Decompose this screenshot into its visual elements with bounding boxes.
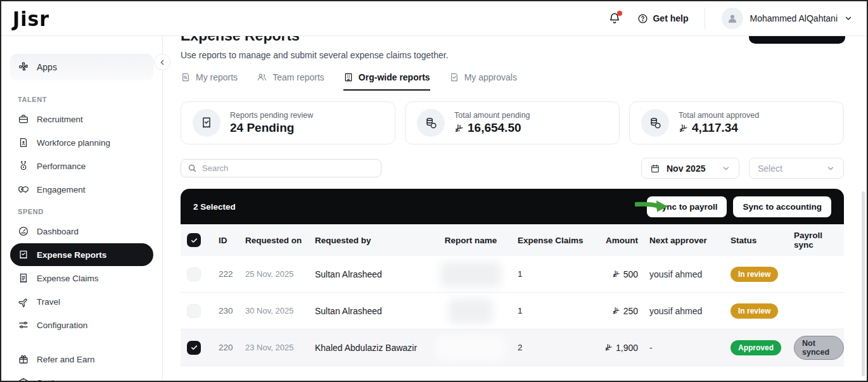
sar-currency-icon (454, 124, 464, 133)
briefcase-icon (18, 113, 29, 125)
status-badge: Approved (731, 340, 781, 355)
stat-value: 24 Pending (230, 121, 313, 135)
sidebar-spacer (10, 337, 153, 347)
jisr-logo: Jisr (13, 7, 49, 30)
sidebar-item-configuration[interactable]: Configuration (10, 314, 153, 336)
tab-team-reports[interactable]: Team reports (257, 72, 324, 91)
redacted-report-name (436, 335, 506, 360)
col-header-amount: Amount (592, 236, 649, 245)
month-filter-dropdown[interactable]: Nov 2025 (641, 158, 739, 179)
row-checkbox[interactable] (187, 304, 201, 318)
search-box[interactable] (181, 159, 381, 177)
airplane-icon (18, 296, 29, 307)
check-icon (190, 343, 198, 352)
sliders-icon (18, 319, 29, 331)
clipboard-check-icon (18, 249, 29, 260)
sar-currency-icon (612, 270, 620, 278)
cell-requested-on: 30 Nov, 2025 (245, 306, 315, 315)
avatar (722, 8, 743, 29)
calendar-icon (650, 163, 660, 174)
cell-next-approver: yousif ahmed (649, 306, 731, 316)
stat-label: Reports pending review (230, 111, 313, 120)
row-checkbox[interactable] (187, 341, 201, 355)
cell-requested-on: 25 Nov, 2025 (245, 269, 315, 279)
medal-icon (18, 160, 29, 172)
user-name: Mohammed AlQahtani (750, 13, 838, 23)
payroll-sync-badge: Not synced (794, 336, 844, 360)
cell-requested-on: 23 Nov, 2025 (245, 343, 315, 352)
puzzle-icon (18, 61, 29, 73)
col-header-requested-by: Requested by (315, 236, 424, 245)
row-checkbox[interactable] (187, 267, 201, 281)
scrollbar[interactable] (862, 191, 865, 376)
search-input[interactable] (202, 163, 374, 173)
sidebar-collapse-button[interactable] (154, 54, 170, 70)
table-row[interactable]: 220 23 Nov, 2025 Khaled Abdulaziz Bawazi… (181, 329, 844, 366)
status-badge: In review (731, 303, 778, 319)
cell-expense-claims: 1 (518, 306, 592, 315)
receipt-icon (18, 272, 29, 284)
sync-to-accounting-button[interactable]: Sync to accounting (733, 196, 831, 217)
sidebar-section-spend: SPEND (10, 201, 153, 219)
gift-icon (18, 353, 29, 365)
sidebar-item-refer-and-earn[interactable]: Refer and Earn (10, 348, 153, 371)
sar-currency-icon (679, 124, 688, 133)
user-menu[interactable]: Mohammed AlQahtani (722, 8, 853, 29)
table-row[interactable]: 222 25 Nov, 2025 Sultan Alrasheed 1 500 … (181, 256, 844, 293)
tab-org-wide-reports[interactable]: Org-wide reports (343, 72, 430, 91)
stat-value: 16,654.50 (454, 121, 530, 135)
tab-my-approvals[interactable]: My approvals (449, 72, 517, 91)
cell-next-approver: yousif ahmed (649, 269, 731, 279)
sidebar-item-label: Configuration (37, 321, 87, 330)
sar-currency-icon (612, 307, 620, 315)
status-filter-dropdown[interactable]: Select (749, 158, 844, 179)
sidebar-item-travel[interactable]: Travel (10, 290, 153, 313)
get-help-label: Get help (653, 13, 688, 23)
cell-id: 222 (210, 269, 245, 279)
page-title: Expense Reports (181, 36, 300, 45)
sidebar-item-label: Recruitment (37, 115, 83, 124)
chevron-down-icon (844, 14, 853, 23)
sidebar-item-expense-claims[interactable]: Expense Claims (10, 267, 153, 290)
cell-payroll-sync: Not synced (794, 336, 844, 360)
table-header-row: ID Requested on Requested by Report name… (181, 224, 844, 256)
cell-expense-claims: 2 (518, 343, 592, 352)
selected-count: 2 Selected (193, 202, 236, 212)
chevron-left-icon (158, 58, 167, 67)
sidebar-item-expense-reports[interactable]: Expense Reports (10, 243, 153, 266)
col-header-next-approver: Next approver (649, 236, 731, 245)
people-icon (257, 72, 267, 82)
stat-card-pending-review: Reports pending review 24 Pending (181, 101, 395, 144)
speedometer-icon (18, 226, 29, 237)
sidebar-item-workforce-planning[interactable]: Workforce planning (10, 131, 153, 154)
question-circle-icon (637, 13, 648, 24)
cell-next-approver: - (649, 343, 731, 353)
tab-my-reports[interactable]: My reports (181, 72, 238, 91)
page-subtitle: Use reports to manage and submit several… (181, 50, 844, 60)
document-person-icon (18, 137, 29, 148)
select-all-checkbox[interactable] (187, 233, 201, 247)
sidebar-item-settings[interactable]: Settings (10, 371, 153, 382)
table-row[interactable]: 230 30 Nov, 2025 Sultan Alrasheed 1 250 … (181, 293, 844, 329)
sidebar-item-engagement[interactable]: Engagement (10, 178, 153, 201)
month-filter-value: Nov 2025 (667, 163, 705, 174)
notifications-button[interactable] (608, 12, 621, 25)
sidebar-item-recruitment[interactable]: Recruitment (10, 108, 153, 131)
sidebar-item-apps[interactable]: Apps (10, 54, 153, 80)
handshake-icon (18, 184, 29, 195)
sidebar-item-dashboard[interactable]: Dashboard (10, 220, 153, 243)
check-icon (190, 236, 198, 245)
stat-card-amount-approved: Total amount approved 4,117.34 (629, 101, 844, 144)
main-content: Expense Reports Use reports to manage an… (163, 36, 867, 381)
sidebar-item-performance[interactable]: Performance (10, 155, 153, 177)
building-icon (343, 72, 354, 82)
tab-label: My reports (196, 72, 238, 82)
selection-bar: 2 Selected Sync to payroll Sync to accou… (181, 189, 844, 224)
sidebar-item-label: Settings (37, 378, 68, 382)
cell-amount: 1,900 (592, 343, 649, 353)
get-help-button[interactable]: Get help (637, 13, 688, 24)
top-bar: Jisr Get help Mohammed AlQahtani (1, 1, 867, 36)
new-report-button-cutoff[interactable] (749, 36, 845, 44)
chevron-down-icon (722, 164, 731, 173)
sidebar: Apps TALENT Recruitment Workforce planni… (1, 36, 163, 381)
